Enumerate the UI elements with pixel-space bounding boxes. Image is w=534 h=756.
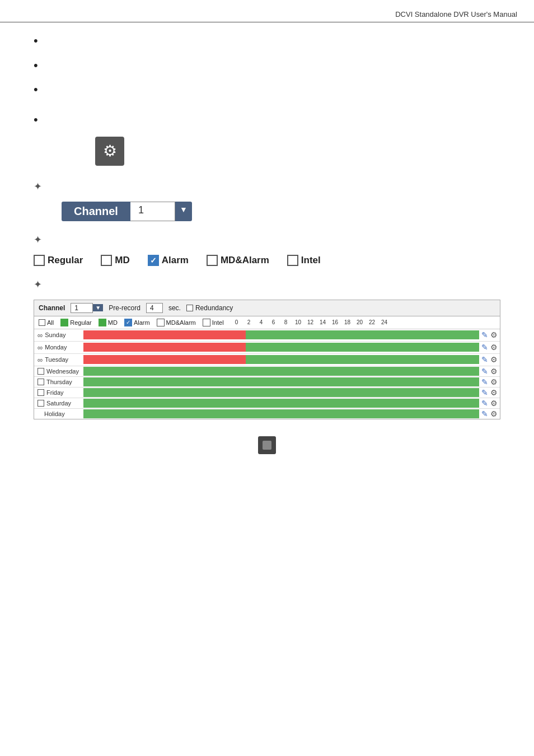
sch-channel-value[interactable]: 1 [71,303,93,313]
legend-mdalarm[interactable]: MD&Alarm [157,319,196,326]
holiday-edit-btn[interactable]: ✎ [481,409,488,418]
sch-redundancy-label: Redundancy [195,304,233,312]
legend-all-checkbox[interactable] [39,319,45,326]
legend-intel[interactable]: Intel [203,319,224,326]
day-row-thursday: Thursday ✎ ⚙ [34,377,500,388]
sch-channel-label: Channel [39,304,65,312]
thursday-timeline [83,377,479,387]
friday-name: Friday [46,389,64,396]
legend-regular-checkbox[interactable] [60,319,68,326]
diamond-icon-3: ✦ [34,278,42,291]
day-label-holiday: Holiday [34,409,83,419]
holiday-green-block [83,409,479,418]
sch-prerecord-label: Pre-record [109,304,140,312]
checkbox-alarm-large[interactable]: ✓ [148,255,159,266]
sch-prerecord-value[interactable]: 4 [146,303,163,313]
sunday-actions: ✎ ⚙ [479,330,500,339]
friday-checkbox[interactable] [38,389,44,396]
checkbox-md-large[interactable] [101,255,112,266]
diamond-section-3: ✦ [34,278,500,291]
day-row-monday: ∞ Monday ✎ ⚙ [34,342,500,354]
legend-alarm[interactable]: ✓ Alarm [124,319,150,326]
legend-alarm-label: Alarm [134,319,150,326]
diamond-text-2 [49,234,51,242]
diamond-section-1: ✦ [34,180,500,193]
channel-dropdown[interactable]: Channel 1 ▼ [62,202,192,221]
saturday-checkbox[interactable] [38,400,44,407]
friday-gear-btn[interactable]: ⚙ [490,388,498,397]
legend-mdalarm-label: MD&Alarm [166,319,196,326]
monday-infinity: ∞ [38,343,43,352]
legend-all[interactable]: All [39,319,54,326]
diamond-text-1 [49,180,51,189]
sch-channel-arrow[interactable]: ▼ [93,304,103,311]
holiday-timeline [83,409,479,419]
record-type-mdalarm-large[interactable]: MD&Alarm [207,255,269,266]
schedule-legend: All Regular MD ✓ Alarm [34,316,500,329]
day-row-sunday: ∞ Sunday ✎ ⚙ [34,329,500,342]
tuesday-edit-btn[interactable]: ✎ [481,355,488,364]
record-type-row-large: Regular MD ✓ Alarm MD&Alarm Intel [34,255,500,266]
legend-mdalarm-checkbox[interactable] [157,319,165,326]
tuesday-name: Tuesday [45,356,68,363]
legend-alarm-checkbox[interactable]: ✓ [124,319,132,326]
day-label-thursday: Thursday [34,377,83,387]
day-row-saturday: Saturday ✎ ⚙ [34,398,500,409]
record-type-intel-large[interactable]: Intel [287,255,321,266]
legend-intel-label: Intel [212,319,224,326]
checkbox-intel-large[interactable] [287,255,298,266]
sch-redundancy-checkbox[interactable] [186,305,193,311]
label-regular-large: Regular [48,255,83,266]
sch-sec-label: sec. [168,304,181,312]
holiday-actions: ✎ ⚙ [479,409,500,418]
legend-md[interactable]: MD [99,319,118,326]
record-type-md-large[interactable]: MD [101,255,129,266]
bullet-text-1 [46,34,48,46]
thursday-actions: ✎ ⚙ [479,377,500,386]
legend-md-checkbox[interactable] [99,319,106,326]
saturday-edit-btn[interactable]: ✎ [481,399,488,408]
tuesday-gear-btn[interactable]: ⚙ [490,355,498,364]
diamond-icon-1: ✦ [34,180,42,193]
sunday-edit-btn[interactable]: ✎ [481,330,488,339]
checkbox-regular-large[interactable] [34,255,45,266]
day-row-friday: Friday ✎ ⚙ [34,388,500,398]
label-mdalarm-large: MD&Alarm [221,255,269,266]
checkbox-mdalarm-large[interactable] [207,255,218,266]
wednesday-edit-btn[interactable]: ✎ [481,367,488,376]
monday-edit-btn[interactable]: ✎ [481,343,488,352]
label-md-large: MD [115,255,129,266]
label-intel-large: Intel [301,255,321,266]
sch-channel-dropdown[interactable]: 1 ▼ [71,303,103,313]
record-type-regular-large[interactable]: Regular [34,255,83,266]
saturday-gear-btn[interactable]: ⚙ [490,399,498,408]
page-header: DCVI Standalone DVR User's Manual [0,0,534,22]
sunday-gear-btn[interactable]: ⚙ [490,330,498,339]
bullet-item-4: • [34,113,500,127]
legend-all-label: All [47,319,54,326]
stop-inner [263,441,271,450]
tuesday-green-block [246,355,479,364]
monday-green-block [246,343,479,352]
bullet-text-2 [46,58,48,71]
channel-value[interactable]: 1 [130,202,175,221]
channel-arrow[interactable]: ▼ [175,202,192,221]
thursday-checkbox[interactable] [38,379,44,385]
saturday-actions: ✎ ⚙ [479,399,500,408]
thursday-edit-btn[interactable]: ✎ [481,377,488,386]
wednesday-checkbox[interactable] [38,368,44,375]
wednesday-gear-btn[interactable]: ⚙ [490,367,498,376]
bullet-marker-1: • [34,34,38,48]
sch-redundancy[interactable]: Redundancy [186,304,233,312]
tuesday-infinity: ∞ [38,356,43,364]
friday-green-block [83,388,479,397]
record-type-alarm-large[interactable]: ✓ Alarm [148,255,189,266]
monday-gear-btn[interactable]: ⚙ [490,343,498,352]
legend-regular[interactable]: Regular [60,319,92,326]
friday-edit-btn[interactable]: ✎ [481,388,488,397]
saturday-green-block [83,399,479,408]
holiday-gear-btn[interactable]: ⚙ [490,409,498,418]
thursday-gear-btn[interactable]: ⚙ [490,377,498,386]
schedule-grid: Channel 1 ▼ Pre-record 4 sec. Redundancy [34,300,500,419]
legend-intel-checkbox[interactable] [203,319,210,326]
